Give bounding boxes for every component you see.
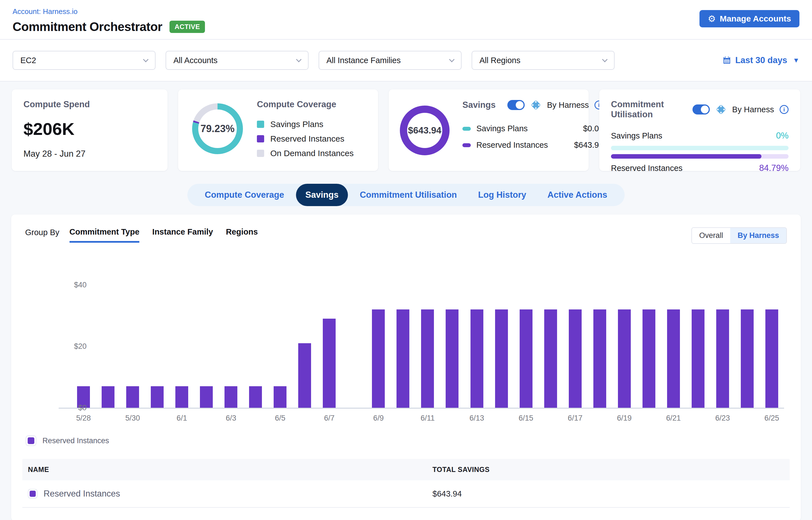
view-toggle-by-harness[interactable]: By Harness bbox=[730, 228, 786, 243]
service-select[interactable]: EC2 bbox=[12, 51, 156, 70]
savings-plans-progress-bar bbox=[611, 146, 789, 150]
bar-6/17[interactable] bbox=[569, 309, 582, 408]
group-by-regions[interactable]: Regions bbox=[226, 227, 258, 241]
table-header: NAME TOTAL SAVINGS bbox=[22, 459, 790, 480]
bar-6/9[interactable] bbox=[372, 309, 385, 408]
bar-6/20[interactable] bbox=[643, 309, 655, 408]
column-header-name: NAME bbox=[28, 466, 433, 474]
bar-6/13[interactable] bbox=[471, 309, 483, 408]
bar-slot-6/7: 6/7 bbox=[317, 277, 341, 408]
reserved-instances-legend-swatch[interactable] bbox=[26, 435, 36, 446]
legend-item-reserved-instances: Reserved Instances bbox=[257, 134, 354, 144]
bar-6/21[interactable] bbox=[667, 309, 680, 408]
tab-savings[interactable]: Savings bbox=[296, 184, 348, 206]
regions-select[interactable]: All Regions bbox=[472, 51, 614, 70]
savings-total: $643.94 bbox=[408, 125, 441, 136]
accounts-select[interactable]: All Accounts bbox=[165, 51, 309, 70]
x-axis-tick: 6/25 bbox=[764, 414, 779, 422]
tabs-row: Compute Coverage Savings Commitment Util… bbox=[0, 178, 812, 214]
compute-coverage-donut: 79.23% bbox=[192, 103, 243, 154]
bar-6/6[interactable] bbox=[298, 343, 311, 408]
y-axis-tick: $40 bbox=[53, 281, 86, 289]
reserved-instances-pill bbox=[463, 143, 471, 147]
bar-6/12[interactable] bbox=[446, 309, 459, 408]
bar-slot-6/12 bbox=[440, 277, 464, 408]
bar-6/24[interactable] bbox=[741, 309, 754, 408]
bar-6/19[interactable] bbox=[618, 309, 631, 408]
group-by-instance-family[interactable]: Instance Family bbox=[152, 227, 213, 241]
manage-accounts-label: Manage Accounts bbox=[719, 14, 791, 23]
manage-accounts-button[interactable]: ⚙ Manage Accounts bbox=[700, 10, 800, 27]
x-axis-tick: 6/5 bbox=[275, 414, 285, 422]
tab-active-actions[interactable]: Active Actions bbox=[538, 190, 617, 200]
bar-5/30[interactable] bbox=[126, 386, 139, 408]
bar-slot-6/15: 6/15 bbox=[514, 277, 539, 408]
tab-commitment-utilisation[interactable]: Commitment Utilisation bbox=[350, 190, 466, 200]
date-range-picker[interactable]: Last 30 days ▼ bbox=[723, 55, 800, 66]
savings-plans-pill bbox=[463, 127, 471, 131]
x-axis-tick: 6/19 bbox=[617, 414, 632, 422]
bar-slot-6/5: 6/5 bbox=[268, 277, 292, 408]
bar-5/29[interactable] bbox=[102, 386, 114, 408]
legend-label: Savings Plans bbox=[270, 120, 323, 129]
bar-6/4[interactable] bbox=[249, 386, 262, 408]
bar-6/5[interactable] bbox=[273, 386, 287, 408]
calendar-icon bbox=[723, 56, 731, 65]
bar-slot-6/8 bbox=[341, 277, 366, 408]
app-header: Account: Harness.io Commitment Orchestra… bbox=[0, 0, 812, 40]
bar-6/18[interactable] bbox=[593, 309, 606, 408]
bar-5/31[interactable] bbox=[151, 386, 164, 408]
bar-slot-6/21: 6/21 bbox=[661, 277, 686, 408]
savings-by-harness-toggle[interactable] bbox=[507, 100, 525, 110]
by-harness-label: By Harness bbox=[732, 105, 774, 114]
bar-6/7[interactable] bbox=[323, 319, 336, 408]
x-axis-tick: 6/3 bbox=[226, 414, 236, 422]
account-breadcrumb-link[interactable]: Account: Harness.io bbox=[12, 7, 78, 16]
by-harness-label: By Harness bbox=[547, 101, 589, 110]
tab-compute-coverage[interactable]: Compute Coverage bbox=[195, 190, 293, 200]
bar-slot-6/11: 6/11 bbox=[415, 277, 440, 408]
bar-6/22[interactable] bbox=[692, 309, 705, 408]
bar-6/16[interactable] bbox=[544, 309, 557, 408]
savings-row-savings-plans: Savings Plans $0.00 bbox=[463, 124, 603, 133]
bar-6/1[interactable] bbox=[175, 386, 188, 408]
chart-legend-label: Reserved Instances bbox=[43, 437, 109, 445]
bar-slot-6/9: 6/9 bbox=[366, 277, 391, 408]
savings-card: $643.94 Savings By Harness i bbox=[389, 89, 588, 171]
bar-6/15[interactable] bbox=[520, 309, 532, 408]
view-toggle-overall[interactable]: Overall bbox=[692, 228, 731, 243]
y-axis-tick: $20 bbox=[53, 342, 86, 351]
status-badge: ACTIVE bbox=[169, 21, 205, 33]
bar-slot-6/14 bbox=[489, 277, 514, 408]
x-axis-tick: 5/30 bbox=[125, 414, 140, 422]
utilisation-reserved-instances-percent: 84.79% bbox=[759, 163, 789, 173]
utilisation-by-harness-toggle[interactable] bbox=[692, 104, 710, 114]
instance-families-select[interactable]: All Instance Families bbox=[319, 51, 462, 70]
bar-slot-6/18 bbox=[587, 277, 612, 408]
on-demand-swatch bbox=[257, 150, 264, 157]
bar-6/2[interactable] bbox=[200, 386, 213, 408]
table-row[interactable]: Reserved Instances $643.94 bbox=[22, 480, 790, 508]
date-range-value: Last 30 days bbox=[735, 55, 787, 66]
bar-slot-6/3: 6/3 bbox=[219, 277, 243, 408]
bar-slot-5/31 bbox=[145, 277, 169, 408]
bar-6/3[interactable] bbox=[225, 386, 237, 408]
bar-6/25[interactable] bbox=[765, 309, 778, 408]
bar-6/10[interactable] bbox=[396, 309, 409, 408]
gear-icon: ⚙ bbox=[708, 14, 716, 23]
bar-6/23[interactable] bbox=[716, 309, 729, 408]
bar-6/11[interactable] bbox=[421, 309, 434, 408]
view-toggle: Overall By Harness bbox=[691, 227, 787, 244]
bar-slot-6/23: 6/23 bbox=[710, 277, 735, 408]
bar-slot-6/2 bbox=[194, 277, 219, 408]
instance-families-select-value: All Instance Families bbox=[326, 56, 401, 65]
group-by-commitment-type[interactable]: Commitment Type bbox=[70, 227, 140, 243]
tab-log-history[interactable]: Log History bbox=[469, 190, 535, 200]
reserved-instances-progress-bar bbox=[611, 154, 789, 159]
info-icon[interactable]: i bbox=[780, 105, 789, 114]
chart-legend: Reserved Instances bbox=[26, 435, 790, 446]
filter-bar: EC2 All Accounts All Instance Families A… bbox=[0, 40, 812, 82]
compute-spend-period: May 28 - Jun 27 bbox=[23, 149, 156, 159]
bar-6/14[interactable] bbox=[495, 309, 508, 408]
harness-logo-icon bbox=[715, 104, 727, 115]
